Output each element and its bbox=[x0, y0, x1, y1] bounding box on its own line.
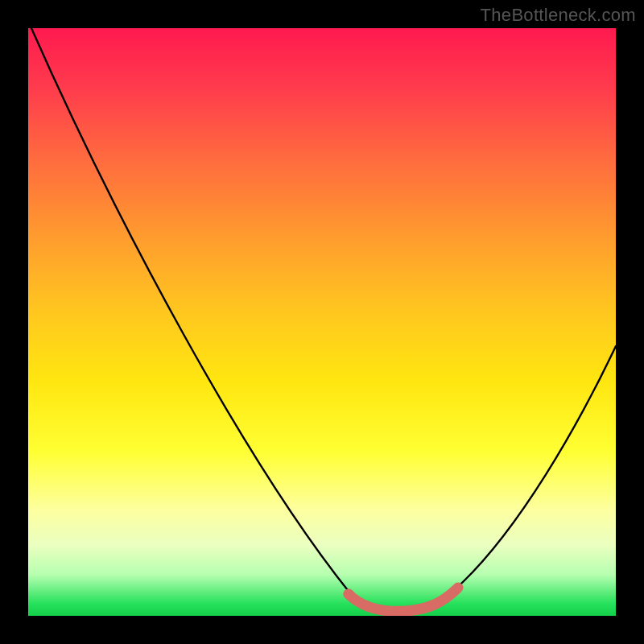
bottleneck-curve bbox=[31, 28, 616, 611]
curve-layer bbox=[28, 28, 616, 616]
watermark-label: TheBottleneck.com bbox=[481, 5, 636, 26]
chart-canvas: TheBottleneck.com bbox=[0, 0, 644, 644]
plot-area bbox=[28, 28, 616, 616]
svg-point-1 bbox=[453, 583, 464, 593]
highlighted-range bbox=[344, 583, 464, 612]
svg-point-0 bbox=[344, 589, 354, 600]
